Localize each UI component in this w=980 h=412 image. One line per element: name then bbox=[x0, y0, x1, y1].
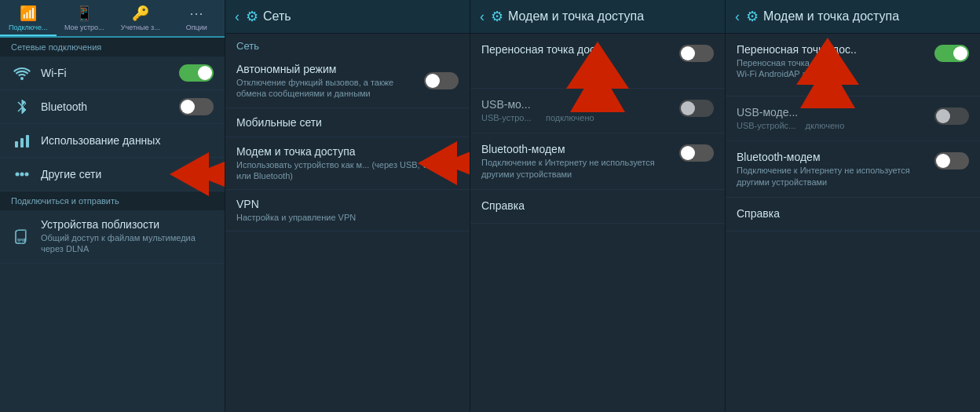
svg-rect-13 bbox=[17, 231, 25, 239]
other-networks-icon bbox=[11, 166, 33, 183]
tethering-panel-on: ‹ ⚙ Модем и точка доступа Переносная точ… bbox=[725, 0, 980, 412]
arrow-up-hotspot-on bbox=[796, 38, 859, 116]
arrow-left-tethering bbox=[418, 141, 470, 185]
mobile-networks-item[interactable]: Мобильные сети bbox=[225, 108, 470, 137]
bt-modem-off-desc: Подключение к Интернету не используется … bbox=[481, 157, 671, 180]
tab-options[interactable]: ⋯ Опции bbox=[169, 0, 225, 36]
wifi-toggle[interactable] bbox=[179, 64, 214, 82]
wifi-toggle-knob bbox=[198, 66, 212, 80]
svg-rect-3 bbox=[15, 141, 18, 148]
network-back-button[interactable]: ‹ bbox=[235, 9, 240, 25]
bt-modem-off-toggle[interactable] bbox=[679, 144, 714, 162]
hotspot-off-toggle-knob bbox=[681, 46, 695, 60]
svg-rect-4 bbox=[20, 138, 24, 148]
bt-modem-on-toggle[interactable] bbox=[934, 152, 969, 170]
svg-rect-5 bbox=[26, 135, 29, 148]
vpn-label: VPN bbox=[236, 198, 459, 210]
connections-panel: 📶 Подключе... 📱 Мое устро... 🔑 Учетные з… bbox=[0, 0, 225, 412]
help-on-label: Справка bbox=[737, 207, 969, 220]
data-usage-icon bbox=[11, 132, 33, 149]
connections-tab-icon: 📶 bbox=[20, 5, 37, 22]
svg-line-2 bbox=[18, 108, 22, 111]
help-on-item[interactable]: Справка bbox=[726, 198, 980, 232]
hotspot-off-toggle[interactable] bbox=[679, 45, 714, 62]
arrow-up-hotspot-off bbox=[566, 42, 629, 120]
bt-modem-on-label: Bluetooth-модем bbox=[737, 151, 927, 163]
usb-on-toggle-knob bbox=[936, 109, 950, 123]
airplane-toggle-knob bbox=[426, 74, 440, 88]
bt-modem-off-toggle-knob bbox=[681, 146, 695, 160]
tab-devices[interactable]: 📱 Мое устро... bbox=[57, 0, 113, 36]
tethering-on-title: Модем и точка доступа bbox=[763, 9, 899, 24]
bt-modem-on-content: Bluetooth-модем Подключение к Интернету … bbox=[737, 151, 927, 188]
hotspot-on-toggle-knob bbox=[953, 46, 967, 60]
tethering-on-gear-icon: ⚙ bbox=[746, 8, 759, 25]
svg-line-1 bbox=[18, 102, 22, 106]
other-networks-item[interactable]: Другие сети bbox=[0, 158, 225, 191]
network-section-label: Сеть bbox=[225, 34, 470, 55]
tethering-item[interactable]: Модем и точка доступа Использовать устро… bbox=[225, 137, 470, 191]
bt-modem-off-item[interactable]: Bluetooth-модем Подключение к Интернету … bbox=[470, 133, 725, 190]
nearby-devices-content: Устройства поблизости Общий доступ к фай… bbox=[41, 218, 214, 255]
help-off-item[interactable]: Справка bbox=[470, 190, 725, 224]
tab-accounts-label: Учетные з... bbox=[121, 24, 160, 31]
mobile-networks-label: Мобильные сети bbox=[236, 116, 459, 129]
tethering-on-header: ‹ ⚙ Модем и точка доступа bbox=[726, 0, 980, 34]
accounts-tab-icon: 🔑 bbox=[132, 5, 149, 22]
usb-off-toggle-knob bbox=[681, 101, 695, 115]
bt-modem-on-desc: Подключение к Интернету не используется … bbox=[737, 165, 927, 188]
airplane-mode-content: Автономный режим Отключение функций вызо… bbox=[236, 63, 416, 100]
bluetooth-toggle-knob bbox=[181, 100, 195, 114]
usb-on-toggle[interactable] bbox=[934, 108, 969, 125]
help-off-content: Справка bbox=[481, 199, 714, 213]
arrow-left-other-networks bbox=[170, 152, 225, 196]
network-panel-header: ‹ ⚙ Сеть bbox=[225, 0, 470, 34]
tethering-off-title: Модем и точка доступа bbox=[508, 9, 644, 24]
svg-point-7 bbox=[20, 173, 24, 177]
tab-options-label: Опции bbox=[186, 24, 207, 31]
airplane-mode-item[interactable]: Автономный режим Отключение функций вызо… bbox=[225, 55, 470, 108]
svg-point-8 bbox=[25, 173, 29, 177]
help-on-content: Справка bbox=[737, 207, 969, 221]
tab-connections[interactable]: 📶 Подключе... bbox=[0, 0, 57, 36]
data-usage-label: Использование данных bbox=[41, 134, 214, 147]
usb-off-toggle[interactable] bbox=[679, 100, 714, 117]
tab-connections-label: Подключе... bbox=[9, 24, 48, 31]
nearby-devices-label: Устройства поблизости bbox=[41, 218, 214, 231]
hotspot-on-item[interactable]: Переносная точка дос.. Переносная точка … bbox=[726, 34, 980, 97]
hotspot-on-toggle[interactable] bbox=[934, 45, 969, 62]
help-off-label: Справка bbox=[481, 199, 714, 212]
tab-accounts[interactable]: 🔑 Учетные з... bbox=[112, 0, 169, 36]
tethering-on-back-button[interactable]: ‹ bbox=[735, 9, 740, 25]
vpn-item[interactable]: VPN Настройка и управление VPN bbox=[225, 190, 470, 232]
network-panel-title: Сеть bbox=[263, 9, 291, 24]
svg-point-0 bbox=[20, 77, 24, 80]
usb-on-desc: USB-устройс... дключено bbox=[737, 120, 927, 131]
tab-devices-label: Мое устро... bbox=[64, 24, 104, 31]
airplane-mode-label: Автономный режим bbox=[236, 63, 416, 75]
hotspot-off-item[interactable]: Переносная точка дос... bbox=[470, 34, 725, 89]
tethering-off-gear-icon: ⚙ bbox=[491, 8, 503, 25]
bt-modem-on-item[interactable]: Bluetooth-модем Подключение к Интернету … bbox=[726, 141, 980, 198]
wifi-label: Wi-Fi bbox=[41, 67, 179, 79]
svg-point-6 bbox=[16, 173, 20, 177]
tab-bar: 📶 Подключе... 📱 Мое устро... 🔑 Учетные з… bbox=[0, 0, 225, 38]
bluetooth-item[interactable]: Bluetooth bbox=[0, 90, 225, 124]
airplane-toggle[interactable] bbox=[424, 72, 459, 89]
wifi-icon bbox=[11, 66, 33, 80]
tethering-panel-off: ‹ ⚙ Модем и точка доступа Переносная точ… bbox=[470, 0, 725, 412]
bluetooth-toggle[interactable] bbox=[179, 98, 214, 115]
vpn-content: VPN Настройка и управление VPN bbox=[236, 198, 459, 223]
bluetooth-icon bbox=[11, 98, 33, 115]
bt-modem-off-label: Bluetooth-модем bbox=[481, 143, 671, 155]
nearby-devices-icon bbox=[11, 228, 33, 245]
nearby-devices-item[interactable]: Устройства поблизости Общий доступ к фай… bbox=[0, 210, 225, 264]
wifi-item[interactable]: Wi-Fi bbox=[0, 57, 225, 90]
tethering-off-back-button[interactable]: ‹ bbox=[480, 9, 485, 25]
airplane-mode-desc: Отключение функций вызовов, а также обме… bbox=[236, 77, 416, 100]
vpn-desc: Настройка и управление VPN bbox=[236, 212, 459, 223]
options-tab-icon: ⋯ bbox=[189, 5, 203, 22]
tethering-off-header: ‹ ⚙ Модем и точка доступа bbox=[470, 0, 725, 34]
network-gear-icon: ⚙ bbox=[246, 8, 258, 25]
bluetooth-label: Bluetooth bbox=[41, 100, 179, 113]
